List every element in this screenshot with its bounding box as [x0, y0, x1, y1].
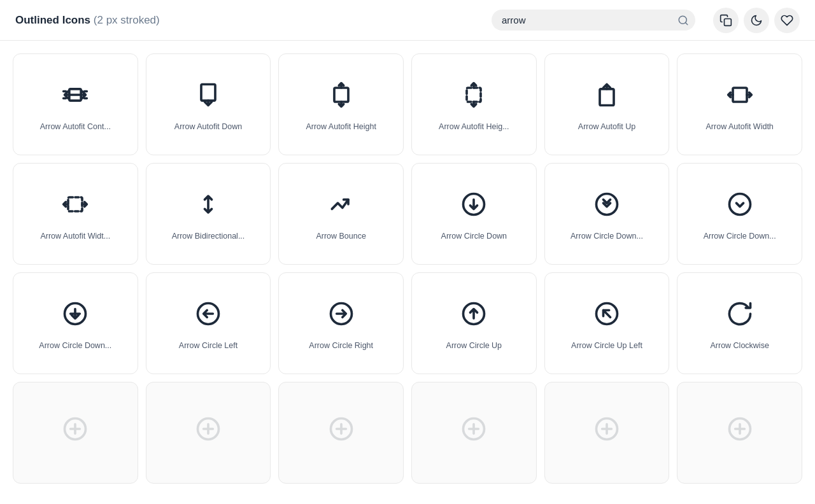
header-actions: [713, 8, 800, 33]
icon-grid-container: Arrow Autofit Cont... Arrow Autofit Down…: [0, 41, 815, 504]
icon-label: Arrow Autofit Heig...: [439, 122, 509, 133]
page-title: Outlined Icons (2 px stroked): [15, 14, 160, 27]
arrow-circle-down3-icon: [726, 190, 754, 218]
icon-label: Arrow Circle Down...: [704, 231, 776, 242]
svg-rect-5: [334, 88, 348, 102]
icon-card-arrow-circle-up[interactable]: Arrow Circle Up: [411, 272, 537, 374]
icon-card-arrow-circle-left[interactable]: Arrow Circle Left: [146, 272, 271, 374]
icon-label: Arrow Autofit Width: [706, 122, 774, 133]
icon-label: Arrow Circle Up: [446, 340, 502, 352]
theme-icon: [750, 14, 763, 27]
icon-label: Arrow Autofit Cont...: [40, 122, 111, 133]
icon-card-arrow-autofit-width[interactable]: Arrow Autofit Width: [677, 53, 802, 155]
placeholder-icon: [61, 415, 89, 443]
icon-card-arrow-circle-down[interactable]: Arrow Circle Down: [411, 163, 537, 265]
icon-card-arrow-circle-right[interactable]: Arrow Circle Right: [278, 272, 404, 374]
favorites-button[interactable]: [774, 8, 800, 33]
placeholder-icon2: [194, 415, 222, 443]
search-icon: [677, 15, 689, 26]
arrow-autofit-up-icon: [593, 81, 621, 109]
arrow-circle-down2-icon: [593, 190, 621, 218]
icon-card-empty6: [677, 382, 802, 484]
copy-icon: [719, 14, 732, 27]
icon-card-arrow-autofit-up[interactable]: Arrow Autofit Up: [544, 53, 670, 155]
arrow-circle-right-icon: [327, 300, 355, 328]
svg-rect-7: [600, 89, 614, 106]
header: Outlined Icons (2 px stroked): [0, 0, 815, 41]
icon-card-empty2: [146, 382, 271, 484]
arrow-autofit-down-icon: [194, 81, 222, 109]
icon-card-arrow-autofit-height[interactable]: Arrow Autofit Height: [278, 53, 404, 155]
heart-icon: [781, 14, 793, 27]
arrow-circle-down4-icon: [61, 300, 89, 328]
icon-card-arrow-autofit-heig-dash[interactable]: Arrow Autofit Heig...: [411, 53, 537, 155]
arrow-autofit-width-icon: [726, 81, 754, 109]
arrow-circle-down-icon: [460, 190, 488, 218]
icon-label: Arrow Autofit Widt...: [40, 231, 110, 242]
search-button[interactable]: [677, 15, 689, 26]
icon-card-arrow-circle-down4[interactable]: Arrow Circle Down...: [13, 272, 138, 374]
svg-rect-9: [68, 197, 82, 211]
placeholder-icon5: [593, 415, 621, 443]
arrow-autofit-height-icon: [327, 81, 355, 109]
arrow-circle-left-icon: [194, 300, 222, 328]
icon-card-empty1: [13, 382, 138, 484]
icon-card-empty4: [411, 382, 537, 484]
svg-rect-2: [725, 18, 732, 25]
svg-rect-4: [201, 85, 215, 101]
arrow-autofit-heig-dash-icon: [460, 81, 488, 109]
icon-card-arrow-circle-down3[interactable]: Arrow Circle Down...: [677, 163, 802, 265]
copy-button[interactable]: [713, 8, 739, 33]
arrow-circle-up-left-icon: [593, 300, 621, 328]
icon-label: Arrow Bounce: [316, 231, 366, 242]
icon-label: Arrow Circle Down: [441, 231, 507, 242]
theme-button[interactable]: [744, 8, 769, 33]
icon-grid: Arrow Autofit Cont... Arrow Autofit Down…: [13, 53, 802, 484]
icon-label: Arrow Circle Down...: [39, 340, 111, 352]
icon-label: Arrow Circle Right: [309, 340, 373, 352]
icon-label: Arrow Circle Down...: [570, 231, 643, 242]
icon-card-arrow-autofit-widt-dash[interactable]: Arrow Autofit Widt...: [13, 163, 138, 265]
placeholder-icon4: [460, 415, 488, 443]
icon-card-arrow-bounce[interactable]: Arrow Bounce: [278, 163, 404, 265]
placeholder-icon3: [327, 415, 355, 443]
arrow-autofit-widt-dash-icon: [61, 190, 89, 218]
icon-card-arrow-circle-down2[interactable]: Arrow Circle Down...: [544, 163, 670, 265]
svg-rect-6: [467, 88, 481, 102]
svg-rect-8: [733, 88, 747, 102]
icon-card-empty5: [544, 382, 670, 484]
icon-card-arrow-bidirectional[interactable]: Arrow Bidirectional...: [146, 163, 271, 265]
arrow-bidirectional-icon: [194, 190, 222, 218]
icon-label: Arrow Circle Up Left: [571, 340, 642, 352]
icon-label: Arrow Autofit Up: [578, 122, 635, 133]
placeholder-icon6: [726, 415, 754, 443]
icon-label: Arrow Bidirectional...: [172, 231, 245, 242]
icon-label: Arrow Circle Left: [179, 340, 237, 352]
arrow-autofit-cont-icon: [61, 81, 89, 109]
icon-card-arrow-circle-up-left[interactable]: Arrow Circle Up Left: [544, 272, 670, 374]
svg-point-12: [729, 194, 750, 215]
icon-card-arrow-clockwise[interactable]: Arrow Clockwise: [677, 272, 802, 374]
svg-point-11: [596, 194, 617, 215]
icon-card-arrow-autofit-down[interactable]: Arrow Autofit Down: [146, 53, 271, 155]
icon-label: Arrow Clockwise: [710, 340, 769, 352]
icon-label: Arrow Autofit Height: [306, 122, 376, 133]
arrow-clockwise-icon: [726, 300, 754, 328]
svg-line-1: [685, 22, 687, 24]
search-bar: [492, 10, 695, 31]
search-input[interactable]: [492, 10, 695, 31]
icon-card-empty3: [278, 382, 404, 484]
icon-label: Arrow Autofit Down: [174, 122, 242, 133]
arrow-circle-up-icon: [460, 300, 488, 328]
arrow-bounce-icon: [327, 190, 355, 218]
icon-card-arrow-autofit-cont[interactable]: Arrow Autofit Cont...: [13, 53, 138, 155]
